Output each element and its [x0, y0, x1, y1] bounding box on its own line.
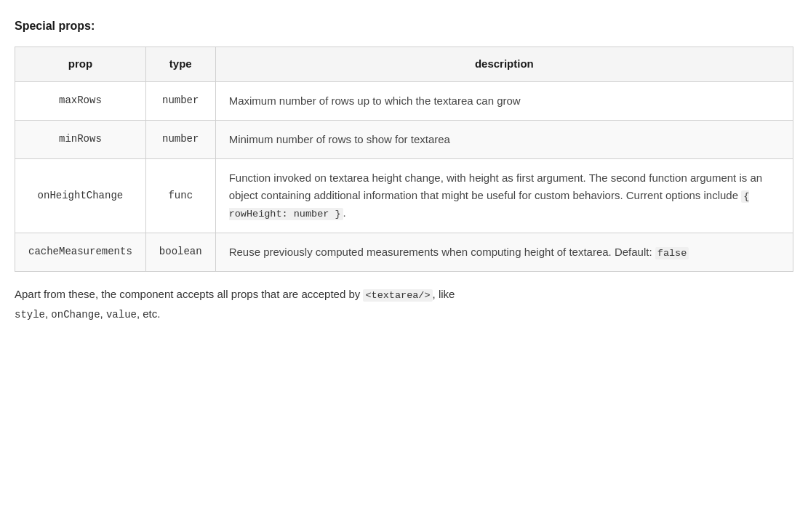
props-table: prop type description maxRows number Max… [15, 47, 793, 272]
prop-cell: maxRows [15, 81, 146, 120]
type-cell: number [145, 120, 215, 158]
footer-sep2: , [100, 307, 106, 320]
table-header-row: prop type description [15, 47, 793, 82]
desc-cell: Reuse previously computed measurements w… [215, 233, 793, 272]
inline-code-false: false [655, 247, 689, 259]
col-header-description: description [215, 47, 793, 82]
type-cell: boolean [145, 233, 215, 272]
col-header-type: type [145, 47, 215, 82]
inline-code-textarea: <textarea/> [363, 289, 432, 302]
type-cell: func [145, 158, 215, 233]
footer-suffix: , etc. [137, 307, 161, 320]
section-title: Special props: [15, 17, 793, 35]
footer-code-style: style [15, 309, 45, 321]
table-row: onHeightChange func Function invoked on … [15, 158, 793, 233]
col-header-prop: prop [15, 47, 146, 82]
prop-cell: onHeightChange [15, 158, 146, 233]
desc-cell: Maximum number of rows up to which the t… [215, 81, 793, 120]
type-cell: number [145, 81, 215, 120]
prop-cell: minRows [15, 120, 146, 158]
desc-cell: Function invoked on textarea height chan… [215, 158, 793, 233]
footer-code-onchange: onChange [51, 309, 100, 321]
footer-code-value: value [106, 309, 137, 321]
page-content: Special props: prop type description max… [15, 17, 793, 324]
prop-cell: cacheMeasurements [15, 233, 146, 272]
footer-text: Apart from these, the component accepts … [15, 285, 793, 324]
table-row: cacheMeasurements boolean Reuse previous… [15, 233, 793, 272]
desc-cell: Minimum number of rows to show for texta… [215, 120, 793, 158]
inline-code-rowheight: { rowHeight: number } [229, 190, 750, 221]
table-row: minRows number Minimum number of rows to… [15, 120, 793, 158]
table-row: maxRows number Maximum number of rows up… [15, 81, 793, 120]
